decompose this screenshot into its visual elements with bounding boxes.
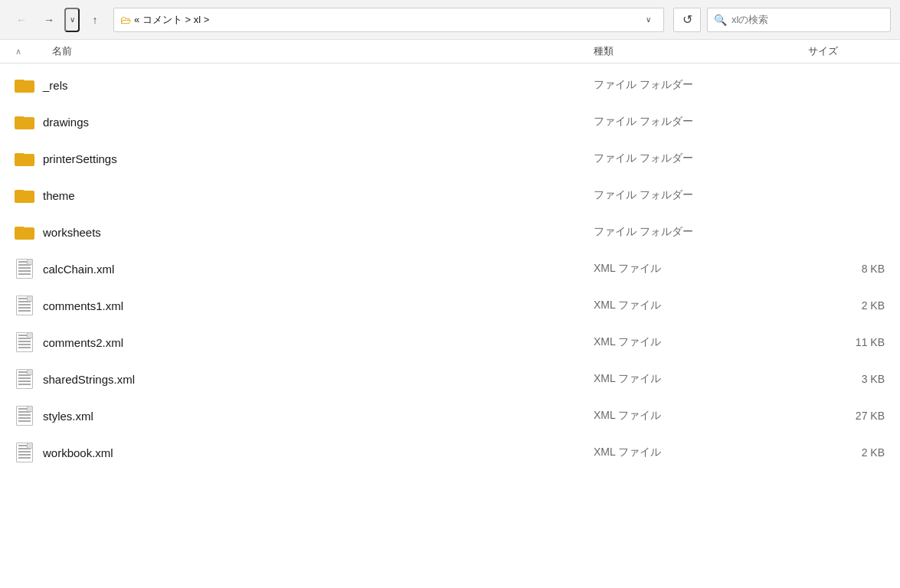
history-dropdown-button[interactable]: ∨: [64, 8, 80, 32]
file-name: theme: [37, 189, 594, 202]
file-type: ファイル フォルダー: [594, 188, 808, 202]
file-type: ファイル フォルダー: [594, 115, 808, 129]
xml-file-icon: [12, 296, 37, 315]
file-list: _relsファイル フォルダーdrawingsファイル フォルダーprinter…: [0, 64, 900, 471]
list-item[interactable]: themeファイル フォルダー: [0, 177, 900, 214]
xml-file-icon: [12, 332, 37, 352]
column-type-header[interactable]: 種類: [594, 44, 808, 58]
folder-icon: [12, 151, 37, 166]
file-type: XML ファイル: [594, 335, 808, 349]
list-item[interactable]: workbook.xmlXML ファイル2 KB: [0, 434, 900, 471]
xml-file-icon: [12, 443, 37, 462]
folder-icon: [12, 224, 37, 240]
file-type: XML ファイル: [594, 372, 808, 386]
address-dropdown-button[interactable]: ∨: [639, 11, 657, 29]
file-name: sharedStrings.xml: [37, 373, 594, 386]
file-type: XML ファイル: [594, 409, 808, 423]
column-header-bar: ∧ 名前 種類 サイズ: [0, 40, 900, 64]
list-item[interactable]: styles.xmlXML ファイル27 KB: [0, 397, 900, 434]
file-size: 3 KB: [808, 373, 900, 385]
xml-file-icon: [12, 406, 37, 426]
file-size: 8 KB: [808, 263, 900, 275]
file-size: 27 KB: [808, 410, 900, 422]
folder-icon: [12, 114, 37, 129]
xml-file-icon: [12, 369, 37, 389]
file-type: ファイル フォルダー: [594, 225, 808, 239]
file-name: drawings: [37, 116, 594, 129]
list-item[interactable]: printerSettingsファイル フォルダー: [0, 140, 900, 177]
file-type: XML ファイル: [594, 446, 808, 459]
file-name: _rels: [37, 79, 594, 92]
file-size: 2 KB: [808, 299, 900, 312]
column-size-header[interactable]: サイズ: [808, 44, 900, 58]
search-bar: 🔍: [707, 8, 891, 32]
address-folder-icon: 🗁: [120, 14, 131, 26]
address-bar[interactable]: 🗁 « コメント > xl > ∨: [113, 8, 664, 32]
file-name: workbook.xml: [37, 446, 594, 459]
refresh-button[interactable]: ↺: [673, 8, 701, 32]
file-type: ファイル フォルダー: [594, 78, 808, 92]
forward-button[interactable]: →: [37, 8, 61, 32]
search-icon: 🔍: [714, 14, 727, 26]
file-size: 2 KB: [808, 446, 900, 459]
file-name: comments2.xml: [37, 336, 594, 349]
xml-file-icon: [12, 259, 37, 279]
column-name-header[interactable]: 名前: [31, 44, 594, 58]
list-item[interactable]: drawingsファイル フォルダー: [0, 103, 900, 140]
list-item[interactable]: comments1.xmlXML ファイル2 KB: [0, 287, 900, 324]
file-name: worksheets: [37, 226, 594, 239]
file-type: ファイル フォルダー: [594, 152, 808, 165]
list-item[interactable]: worksheetsファイル フォルダー: [0, 214, 900, 250]
folder-icon: [12, 188, 37, 203]
file-size: 11 KB: [808, 336, 900, 348]
search-input[interactable]: [731, 14, 884, 25]
list-item[interactable]: sharedStrings.xmlXML ファイル3 KB: [0, 361, 900, 397]
list-item[interactable]: calcChain.xmlXML ファイル8 KB: [0, 250, 900, 287]
file-type: XML ファイル: [594, 262, 808, 276]
back-button[interactable]: ←: [9, 8, 34, 32]
folder-icon: [12, 77, 37, 93]
file-type: XML ファイル: [594, 299, 808, 312]
sort-arrow[interactable]: ∧: [0, 47, 31, 57]
address-breadcrumb: « コメント > xl >: [134, 13, 209, 27]
refresh-icon: ↺: [682, 12, 692, 27]
file-name: calcChain.xml: [37, 263, 594, 276]
up-button[interactable]: ↑: [83, 8, 107, 32]
list-item[interactable]: _relsファイル フォルダー: [0, 67, 900, 103]
file-name: styles.xml: [37, 410, 594, 423]
navigation-bar: ← → ∨ ↑ 🗁 « コメント > xl > ∨ ↺ 🔍: [0, 0, 900, 40]
file-name: comments1.xml: [37, 299, 594, 312]
list-item[interactable]: comments2.xmlXML ファイル11 KB: [0, 324, 900, 361]
file-name: printerSettings: [37, 152, 594, 165]
